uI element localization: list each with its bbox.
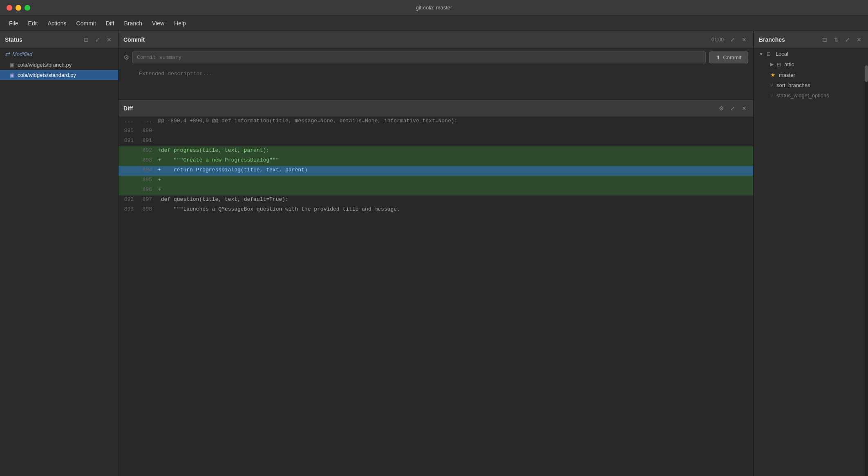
branches-panel: Branches ⊟ ⇅ ⤢ ✕ ▼ ⊟ Local ▶ ⊟ <box>754 31 868 476</box>
commit-button-icon: ⬆ <box>716 54 720 61</box>
menu-actions[interactable]: Actions <box>44 18 71 28</box>
file-item-branch[interactable]: ▣ cola/widgets/branch.py <box>0 60 118 70</box>
branch-label-master: master <box>779 72 795 78</box>
branches-content: ▼ ⊟ Local ▶ ⊟ attic ★ master ⑂ <box>754 48 868 101</box>
file-icon-standard: ▣ <box>10 72 14 78</box>
commit-gear-icon[interactable]: ⚙ <box>123 54 129 61</box>
commit-description-input[interactable] <box>119 67 753 99</box>
diff-close-icon[interactable]: ✕ <box>740 104 748 112</box>
main-layout: Status ⊟ ⤢ ✕ ⇄ Modified ▣ cola/widgets/b… <box>0 31 868 476</box>
branch-local-label: Local <box>776 51 788 57</box>
branches-header: Branches ⊟ ⇅ ⤢ ✕ <box>754 31 868 48</box>
branch-item-sort-branches[interactable]: ⑂ sort_branches <box>754 80 868 90</box>
menu-bar: File Edit Actions Commit Diff Branch Vie… <box>0 16 868 31</box>
local-icon: ⊟ <box>767 51 771 57</box>
branch-item-master[interactable]: ★ master <box>754 70 868 80</box>
file-item-standard[interactable]: ▣ cola/widgets/standard.py <box>0 70 118 80</box>
modified-label: Modified <box>12 51 32 57</box>
menu-edit[interactable]: Edit <box>24 18 42 28</box>
diff-line-896-added: 896 + <box>119 186 753 195</box>
diff-gear-icon[interactable]: ⚙ <box>717 104 725 112</box>
branch-item-attic[interactable]: ▶ ⊟ attic <box>754 59 868 70</box>
branch-section-local[interactable]: ▼ ⊟ Local <box>754 48 868 59</box>
menu-commit[interactable]: Commit <box>72 18 100 28</box>
diff-old-898: 893 <box>119 205 137 215</box>
status-panel-header: Status ⊟ ⤢ ✕ <box>0 31 118 48</box>
diff-new-890: 890 <box>137 127 155 137</box>
diff-line-890: 890 890 <box>119 127 753 137</box>
diff-header: Diff ⚙ ⤢ ✕ <box>119 100 753 117</box>
branches-sort-icon[interactable]: ⇅ <box>832 36 840 44</box>
branches-scrollbar[interactable] <box>865 65 868 476</box>
modified-icon: ⇄ <box>5 51 10 57</box>
branch-item-status-widget[interactable]: ⑂ status_widget_options <box>754 90 868 101</box>
branches-close-icon[interactable]: ✕ <box>855 36 863 44</box>
maximize-button[interactable] <box>25 5 30 11</box>
diff-float-icon[interactable]: ⤢ <box>729 104 737 112</box>
diff-panel-title: Diff <box>123 105 133 112</box>
menu-diff[interactable]: Diff <box>102 18 119 28</box>
commit-panel: Commit 01:00 ⤢ ✕ ⚙ ⬆ Commit <box>119 31 753 100</box>
status-panel: Status ⊟ ⤢ ✕ ⇄ Modified ▣ cola/widgets/b… <box>0 31 119 476</box>
diff-old-891: 891 <box>119 137 137 146</box>
diff-content-895a: + <box>155 176 753 186</box>
diff-line-894-selected: 894 + return ProgressDialog(title, text,… <box>119 166 753 176</box>
branches-scrollbar-thumb[interactable] <box>865 65 868 82</box>
diff-old-897: 892 <box>119 195 137 205</box>
diff-content-892a: +def progress(title, text, parent): <box>155 146 753 156</box>
commit-timer: 01:00 <box>711 37 724 43</box>
diff-panel-icons: ⚙ ⤢ ✕ <box>717 104 748 112</box>
diff-content-898: """Launches a QMessageBox question with … <box>155 205 753 215</box>
diff-old-895a <box>119 176 137 186</box>
diff-new-892a: 892 <box>137 146 155 156</box>
diff-content: ... ... @@ -890,4 +890,9 @@ def informat… <box>119 117 753 476</box>
diff-new-896a: 896 <box>137 186 155 195</box>
diff-old-893a <box>119 156 137 166</box>
menu-branch[interactable]: Branch <box>120 18 146 28</box>
status-close-icon[interactable]: ✕ <box>105 36 113 44</box>
menu-help[interactable]: Help <box>170 18 190 28</box>
status-section-modified: ⇄ Modified <box>0 48 118 60</box>
center-panel: Commit 01:00 ⤢ ✕ ⚙ ⬆ Commit Diff <box>119 31 754 476</box>
close-button[interactable] <box>7 5 12 11</box>
file-icon-branch: ▣ <box>10 62 14 68</box>
attic-icon: ⊟ <box>777 62 781 67</box>
branch-label-status-widget: status_widget_options <box>776 92 829 99</box>
branches-minimize-icon[interactable]: ⊟ <box>821 36 829 44</box>
diff-new-891: 891 <box>137 137 155 146</box>
diff-new-895a: 895 <box>137 176 155 186</box>
minimize-button[interactable] <box>16 5 21 11</box>
local-expand-icon: ▼ <box>759 52 763 56</box>
menu-file[interactable]: File <box>5 18 22 28</box>
diff-content-890 <box>155 127 753 137</box>
diff-line-893-added: 893 + """Create a new ProgressDialog""" <box>119 156 753 166</box>
commit-panel-title: Commit <box>123 36 145 43</box>
diff-new-894s: 894 <box>137 166 155 176</box>
branch-label-sort-branches: sort_branches <box>776 82 810 88</box>
commit-input-row: ⚙ ⬆ Commit <box>119 48 753 67</box>
status-minimize-icon[interactable]: ⊟ <box>82 36 90 44</box>
diff-new-897: 897 <box>137 195 155 205</box>
commit-close-icon[interactable]: ✕ <box>740 36 748 44</box>
branch-label-attic: attic <box>784 61 794 67</box>
sort-branches-icon: ⑂ <box>770 83 773 88</box>
status-float-icon[interactable]: ⤢ <box>94 36 102 44</box>
commit-button[interactable]: ⬆ Commit <box>709 52 748 63</box>
file-name-standard: cola/widgets/standard.py <box>18 72 76 78</box>
commit-float-icon[interactable]: ⤢ <box>729 36 737 44</box>
diff-new-898: 898 <box>137 205 155 215</box>
commit-button-label: Commit <box>723 54 741 61</box>
file-name-branch: cola/widgets/branch.py <box>18 62 72 68</box>
diff-content-897: def question(title, text, default=True): <box>155 195 753 205</box>
diff-content-894s: + return ProgressDialog(title, text, par… <box>155 166 753 176</box>
attic-chevron: ▶ <box>770 62 774 67</box>
diff-line-895-added: 895 + <box>119 176 753 186</box>
commit-summary-input[interactable] <box>132 52 706 63</box>
diff-panel: Diff ⚙ ⤢ ✕ ... ... @@ -890,4 +890,9 @@ d… <box>119 100 753 476</box>
menu-view[interactable]: View <box>148 18 168 28</box>
diff-line-header: ... ... @@ -890,4 +890,9 @@ def informat… <box>119 117 753 127</box>
branches-float-icon[interactable]: ⤢ <box>843 36 852 44</box>
traffic-lights <box>7 5 30 11</box>
commit-panel-icons: 01:00 ⤢ ✕ <box>711 36 748 44</box>
diff-line-891: 891 891 <box>119 137 753 146</box>
